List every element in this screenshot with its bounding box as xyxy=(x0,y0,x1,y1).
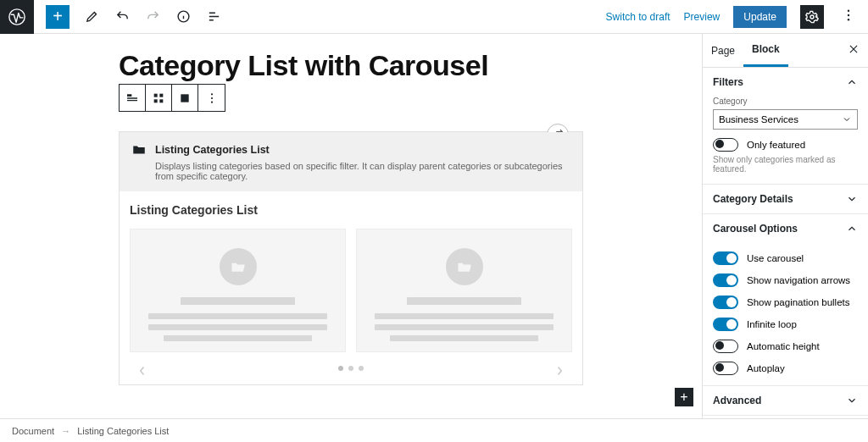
breadcrumb-current[interactable]: Listing Categories List xyxy=(77,426,169,436)
toggle-only-featured[interactable] xyxy=(713,138,738,152)
block-title: Listing Categories List xyxy=(155,144,270,156)
editor-top-bar: + Switch to draft Preview Update xyxy=(0,0,868,34)
undo-icon[interactable] xyxy=(115,9,130,24)
carousel-prev-icon[interactable] xyxy=(138,364,147,379)
panel-header-filters[interactable]: Filters xyxy=(703,68,868,97)
card-placeholder xyxy=(130,229,346,352)
wordpress-logo[interactable] xyxy=(0,0,34,34)
insert-block-button[interactable]: + xyxy=(675,388,693,406)
toggle-nav-arrows[interactable] xyxy=(713,273,738,287)
panel-title: Filters xyxy=(713,76,743,88)
preview-link[interactable]: Preview xyxy=(684,11,721,23)
outline-icon[interactable] xyxy=(207,9,221,24)
pagination-dot[interactable] xyxy=(359,366,364,371)
panel-carousel-options: Carousel Options Use carousel Show navig… xyxy=(703,214,868,386)
update-button[interactable]: Update xyxy=(733,6,787,28)
svg-point-11 xyxy=(210,93,212,95)
panel-title: Advanced xyxy=(713,395,761,406)
layout-square-icon[interactable] xyxy=(172,85,198,111)
toggle-label: Only featured xyxy=(747,140,805,150)
svg-rect-6 xyxy=(154,93,158,97)
toggle-auto-height[interactable] xyxy=(713,340,738,353)
folder-icon xyxy=(131,142,147,157)
toggle-label: Show pagination bullets xyxy=(747,297,849,307)
svg-rect-7 xyxy=(159,93,163,97)
sidebar-tabs: Page Block xyxy=(703,34,868,68)
edit-icon[interactable] xyxy=(85,9,99,24)
page-title[interactable]: Category List with Carousel xyxy=(119,49,702,82)
editor-canvas[interactable]: Category List with Carousel Listing Cate… xyxy=(0,34,702,418)
folder-open-icon xyxy=(456,258,473,275)
toggle-infinite-loop[interactable] xyxy=(713,318,738,331)
panel-header-category-details[interactable]: Category Details xyxy=(703,185,868,213)
toggle-autoplay[interactable] xyxy=(713,362,738,375)
chevron-down-icon xyxy=(842,114,852,124)
svg-point-13 xyxy=(210,101,212,102)
only-featured-help: Show only categories marked as featured. xyxy=(713,155,858,174)
panel-advanced: Advanced xyxy=(703,386,868,416)
toggle-label: Infinite loop xyxy=(747,319,797,329)
toggle-label: Autoplay xyxy=(747,363,785,373)
svg-point-5 xyxy=(848,19,849,20)
card-placeholder xyxy=(356,229,572,352)
svg-point-3 xyxy=(848,9,849,11)
chevron-down-icon xyxy=(846,395,858,406)
svg-point-12 xyxy=(210,97,212,98)
breadcrumb-separator-icon: → xyxy=(61,426,70,436)
toggle-label: Use carousel xyxy=(747,253,804,263)
carousel-preview-nav xyxy=(130,366,572,371)
svg-rect-9 xyxy=(159,99,163,102)
block-description: Displays listing categories based on spe… xyxy=(155,161,570,181)
toggle-pagination-bullets[interactable] xyxy=(713,296,738,309)
chevron-down-icon xyxy=(846,193,858,205)
info-icon[interactable] xyxy=(176,9,191,24)
chevron-up-icon xyxy=(846,76,858,88)
pagination-dot[interactable] xyxy=(338,366,343,371)
block-more-icon[interactable] xyxy=(198,85,225,111)
select-value: Business Services xyxy=(719,114,798,124)
svg-rect-8 xyxy=(154,99,158,102)
switch-to-draft-link[interactable]: Switch to draft xyxy=(606,11,670,23)
panel-header-advanced[interactable]: Advanced xyxy=(703,386,868,415)
top-right-actions: Switch to draft Preview Update xyxy=(606,4,868,30)
breadcrumb-footer: Document → Listing Categories List xyxy=(0,418,868,442)
close-sidebar-icon[interactable] xyxy=(839,43,868,58)
panel-category-details: Category Details xyxy=(703,185,868,214)
redo-icon[interactable] xyxy=(146,9,160,24)
svg-point-4 xyxy=(848,14,849,15)
svg-point-2 xyxy=(810,15,814,19)
pagination-dot[interactable] xyxy=(348,366,353,371)
carousel-next-icon[interactable] xyxy=(555,364,564,379)
more-options-icon[interactable] xyxy=(837,4,860,30)
chevron-up-icon xyxy=(846,223,858,235)
settings-gear-icon[interactable] xyxy=(800,5,824,29)
panel-title: Carousel Options xyxy=(713,223,798,235)
folder-open-icon xyxy=(230,258,247,275)
layout-grid-icon[interactable] xyxy=(146,85,172,111)
panel-title: Category Details xyxy=(713,193,793,205)
add-block-button[interactable]: + xyxy=(46,5,70,29)
block-header: Listing Categories List Displays listing… xyxy=(120,132,582,191)
settings-sidebar: Page Block Filters Category Business Ser… xyxy=(702,34,868,418)
block-type-icon[interactable] xyxy=(120,85,146,111)
tab-page[interactable]: Page xyxy=(703,34,743,67)
top-tools xyxy=(85,9,221,24)
block-body-title: Listing Categories List xyxy=(130,203,572,217)
toggle-use-carousel[interactable] xyxy=(713,251,738,265)
category-select[interactable]: Business Services xyxy=(713,109,858,130)
preview-cards xyxy=(130,229,572,352)
svg-rect-10 xyxy=(181,94,188,102)
panel-filters: Filters Category Business Services Only … xyxy=(703,68,868,185)
block-toolbar xyxy=(119,84,225,112)
selected-block[interactable]: Listing Categories List Displays listing… xyxy=(119,131,583,385)
panel-header-carousel[interactable]: Carousel Options xyxy=(703,214,868,243)
block-body: Listing Categories List xyxy=(120,191,582,384)
toggle-label: Show navigation arrows xyxy=(747,275,850,285)
toggle-label: Automatic height xyxy=(747,341,820,351)
category-label: Category xyxy=(713,97,858,106)
breadcrumb-root[interactable]: Document xyxy=(12,426,54,436)
tab-block[interactable]: Block xyxy=(743,34,788,67)
